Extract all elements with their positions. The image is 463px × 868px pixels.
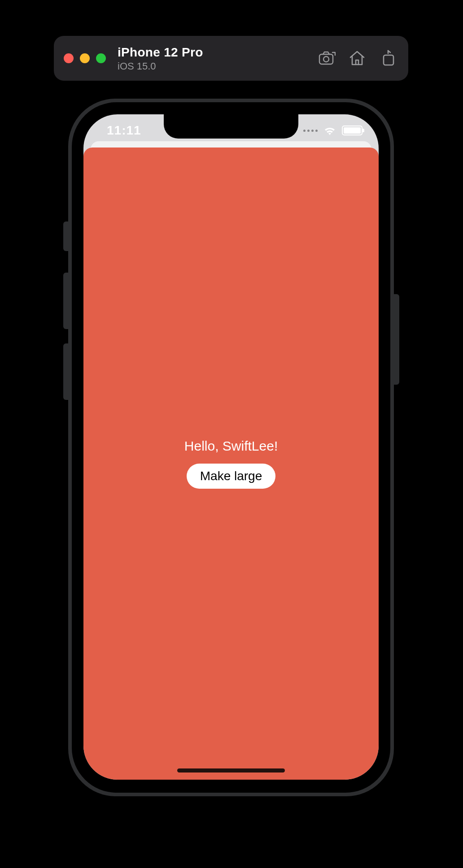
status-time: 11:11 [107, 123, 141, 138]
volume-down-button[interactable] [63, 343, 70, 400]
wifi-icon [323, 126, 336, 135]
silence-switch[interactable] [63, 221, 70, 251]
simulator-actions [318, 49, 397, 67]
svg-point-1 [323, 56, 329, 62]
presented-sheet: Hello, SwiftLee! Make large [83, 148, 379, 780]
greeting-label: Hello, SwiftLee! [184, 438, 278, 454]
svg-rect-2 [384, 55, 393, 65]
simulator-device-title: iPhone 12 Pro [118, 44, 203, 60]
cellular-signal-icon [303, 130, 318, 132]
home-icon[interactable] [348, 49, 366, 67]
simulator-control-bar: iPhone 12 Pro iOS 15.0 [54, 36, 408, 81]
battery-icon [342, 126, 363, 135]
device-notch [164, 114, 298, 139]
home-indicator[interactable] [177, 768, 285, 773]
screenshot-icon[interactable] [318, 49, 336, 67]
window-traffic-lights [64, 53, 106, 63]
svg-rect-0 [319, 54, 333, 64]
simulator-title-block: iPhone 12 Pro iOS 15.0 [118, 44, 203, 73]
make-large-button[interactable]: Make large [187, 464, 276, 489]
window-close-button[interactable] [64, 53, 74, 63]
phone-screen: 11:11 Hello, Swi [83, 114, 379, 780]
volume-up-button[interactable] [63, 273, 70, 329]
power-button[interactable] [393, 294, 399, 385]
window-zoom-button[interactable] [96, 53, 106, 63]
rotate-icon[interactable] [379, 49, 397, 67]
simulator-os-label: iOS 15.0 [118, 60, 203, 73]
window-minimize-button[interactable] [80, 53, 90, 63]
